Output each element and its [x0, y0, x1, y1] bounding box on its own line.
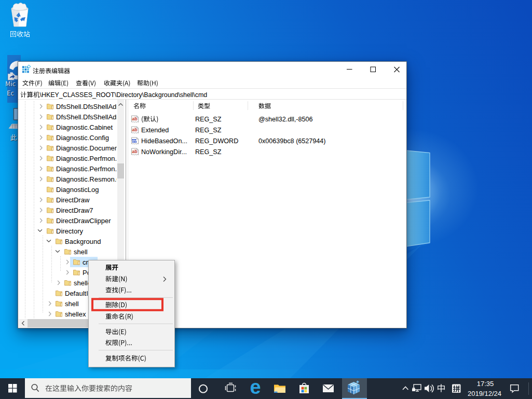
svg-text:Diagnostic.Perfmon.Pe: Diagnostic.Perfmon.Pe: [56, 165, 125, 173]
svg-text:HideBasedOn...: HideBasedOn...: [141, 137, 187, 145]
svg-text:DirectDraw: DirectDraw: [56, 196, 90, 204]
svg-text:shell: shell: [74, 248, 88, 256]
svg-text:e: e: [250, 378, 261, 398]
svg-text:DiagnosticLog: DiagnosticLog: [56, 186, 99, 194]
svg-text:DirectDraw7: DirectDraw7: [56, 207, 93, 214]
svg-text:Extended: Extended: [141, 127, 169, 134]
svg-text:REG_SZ: REG_SZ: [195, 148, 222, 156]
svg-text:2019/12/24: 2019/12/24: [468, 390, 501, 397]
svg-text:shell: shell: [65, 300, 79, 308]
svg-text:Diagnostic.Resmon.Co: Diagnostic.Resmon.Co: [56, 175, 125, 183]
svg-text:Directory: Directory: [56, 227, 84, 235]
svg-text:17:35: 17:35: [477, 380, 494, 388]
svg-text:Diagnostic.Cabinet: Diagnostic.Cabinet: [56, 123, 113, 131]
svg-text:DfsShell.DfsShellAdmin: DfsShell.DfsShellAdmin: [56, 103, 127, 111]
svg-text:Diagnostic.Document: Diagnostic.Document: [56, 144, 120, 152]
svg-text:NoWorkingDir...: NoWorkingDir...: [141, 148, 187, 156]
svg-text:DfsShell.DfsShellAdmin: DfsShell.DfsShellAdmin: [56, 113, 127, 121]
svg-text:@shell32.dll,-8506: @shell32.dll,-8506: [258, 116, 313, 123]
svg-text:shellex: shellex: [65, 310, 86, 318]
svg-text:Diagnostic.Config: Diagnostic.Config: [56, 134, 109, 142]
svg-text:0x00639bc8 (6527944): 0x00639bc8 (6527944): [258, 137, 326, 145]
svg-text:REG_DWORD: REG_DWORD: [195, 137, 238, 145]
svg-text:REG_SZ: REG_SZ: [195, 116, 222, 123]
svg-text:REG_SZ: REG_SZ: [195, 127, 222, 134]
svg-text:\HKEY_CLASSES_ROOT\Directory\B: \HKEY_CLASSES_ROOT\Directory\Background\…: [40, 91, 208, 99]
svg-text:Background: Background: [65, 238, 101, 245]
svg-text:DirectDrawClipper: DirectDrawClipper: [56, 217, 111, 225]
svg-text:Diagnostic.Perfmon.In: Diagnostic.Perfmon.In: [56, 155, 122, 162]
